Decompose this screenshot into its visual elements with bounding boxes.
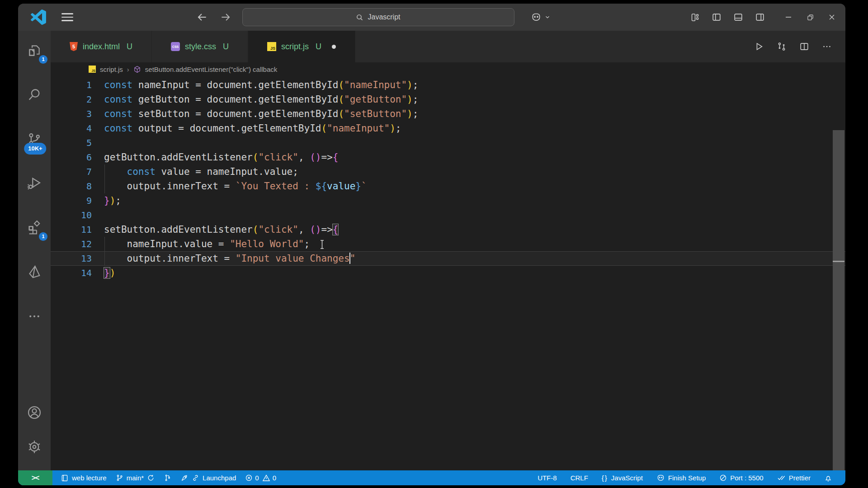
encoding-button[interactable]: UTF-8 [531,474,564,482]
launchpad-label: Launchpad [203,474,236,482]
launchpad-button[interactable]: Launchpad [176,470,241,485]
search-sidebar-icon[interactable] [24,84,45,106]
tab-script-js[interactable]: JS script.js U [248,31,355,62]
extension-pyramid-icon[interactable] [24,261,45,283]
code-lines: 1const nameInput = document.getElementBy… [51,78,845,280]
run-file-icon[interactable] [754,42,764,52]
chevron-down-icon [544,14,551,20]
code-token: const [104,80,132,90]
back-arrow-icon[interactable] [195,10,209,24]
eol-button[interactable]: CRLF [564,474,595,482]
code-content: const output = document.getElementById("… [104,121,845,136]
code-line[interactable]: 10 [51,208,845,222]
modified-dot[interactable] [332,45,336,49]
code-content: const setButton = document.getElementByI… [104,107,845,121]
profile-label: web lecture [72,474,107,482]
formatter-label: Prettier [789,474,811,482]
code-line[interactable]: 2const getButton = document.getElementBy… [51,92,845,107]
code-token: ( [338,94,344,105]
code-token: `You Texted : [236,181,316,192]
customize-layout-icon[interactable] [690,13,700,22]
line-number: 14 [51,266,104,280]
code-content: output.innerText = "Input value Changes" [104,251,845,266]
restore-button[interactable] [799,4,821,31]
code-editor[interactable]: 1const nameInput = document.getElementBy… [51,76,845,470]
minimize-button[interactable] [778,4,799,31]
tab-style-css[interactable]: CSS style.css U [152,31,248,62]
code-line[interactable]: 11setButton.addEventListener("click", ()… [51,222,845,237]
search-icon [356,14,363,21]
code-line[interactable]: 12 nameInput.value = "Hello World"; [51,237,845,251]
code-token: ) [407,80,413,90]
code-token: () [310,224,321,235]
copilot-menu[interactable] [531,12,551,23]
command-center-search[interactable]: Javascript [242,8,514,26]
scrollbar-thumb[interactable] [833,130,844,470]
hamburger-menu-icon[interactable] [61,13,73,21]
settings-gear-icon[interactable] [24,436,45,458]
explorer-badge: 1 [39,55,47,64]
port-button[interactable]: Port : 5500 [712,474,770,482]
code-line[interactable]: 9}); [51,193,845,208]
profile-button[interactable]: web lecture [56,470,111,485]
toggle-panel-icon[interactable] [733,12,743,22]
code-line[interactable]: 1const nameInput = document.getElementBy… [51,78,845,92]
toggle-primary-sidebar-icon[interactable] [712,12,722,22]
search-label: Javascript [368,13,400,21]
code-line[interactable]: 13 output.innerText = "Input value Chang… [51,251,845,266]
copilot-icon [656,474,665,482]
code-token: ; [115,195,121,206]
line-number: 4 [51,121,104,136]
more-views-icon[interactable] [24,305,45,327]
language-mode-button[interactable]: {} JavaScript [595,474,650,482]
tab-git-flag: U [223,42,229,52]
line-number: 9 [51,193,104,208]
copilot-icon [531,12,542,23]
vscode-logo-icon [30,9,46,25]
code-token: ; [304,239,310,249]
notifications-bell-icon[interactable] [817,474,839,482]
code-token: } [355,181,361,192]
code-token: () [310,152,321,163]
code-line[interactable]: 14}) [51,266,845,280]
git-branch-button[interactable]: main* [111,470,159,485]
extensions-icon[interactable]: 1 [24,217,45,239]
more-actions-icon[interactable] [822,42,832,52]
braces-icon: {} [602,474,608,482]
breadcrumb: JS script.js › setButton.addEventListene… [51,62,845,76]
tab-index-html[interactable]: 5 index.html U [51,31,152,62]
code-token: ( [338,80,344,90]
open-changes-icon[interactable] [777,42,787,52]
formatter-button[interactable]: Prettier [770,474,817,482]
close-button[interactable] [821,4,843,31]
copilot-setup-button[interactable]: Finish Setup [650,474,712,482]
source-control-icon[interactable]: 10K+ [24,128,45,150]
code-line[interactable]: 4const output = document.getElementById(… [51,121,845,136]
account-icon[interactable] [24,402,45,423]
code-line[interactable]: 7 const value = nameInput.value; [51,164,845,179]
code-line[interactable]: 3const setButton = document.getElementBy… [51,107,845,121]
source-control-graph-button[interactable] [159,470,176,485]
split-editor-icon[interactable] [799,42,809,52]
branch-label: main* [127,474,144,482]
explorer-icon[interactable]: 1 [24,40,45,61]
double-check-icon [777,474,786,482]
error-count: 0 [255,474,259,482]
code-token: value [327,181,355,192]
code-line[interactable]: 8 output.innerText = `You Texted : ${val… [51,179,845,193]
code-token: getButton.addEventListener [104,152,253,163]
problems-button[interactable]: 0 0 [241,470,281,485]
code-line[interactable]: 6getButton.addEventListener("click", ()=… [51,150,845,164]
code-line[interactable]: 5 [51,136,845,150]
forward-arrow-icon[interactable] [219,10,232,24]
code-token: ) [110,195,116,206]
extensions-badge: 1 [39,232,47,241]
editor-group: 5 index.html U CSS style.css U JS script… [51,31,845,470]
breadcrumb-file[interactable]: script.js [100,66,123,73]
code-token: "Input value Changes [236,253,350,264]
run-debug-icon[interactable] [24,173,45,194]
toggle-secondary-sidebar-icon[interactable] [755,12,765,22]
remote-indicator[interactable]: >< [18,470,52,485]
breadcrumb-symbol[interactable]: setButton.addEventListener("click") call… [145,66,277,73]
code-content: getButton.addEventListener("click", ()=>… [104,150,845,164]
